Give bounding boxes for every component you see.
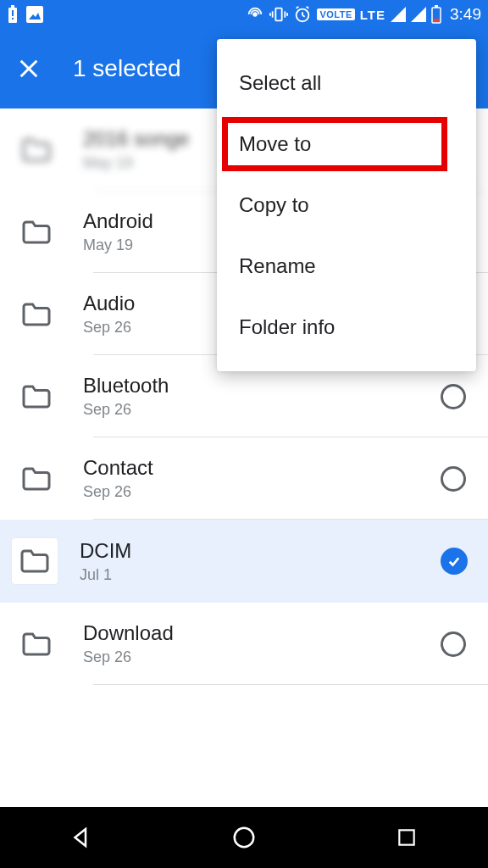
svg-rect-7	[276, 8, 282, 21]
folder-name: Contact	[83, 456, 441, 480]
close-button[interactable]	[15, 55, 42, 82]
nav-bar	[0, 807, 488, 868]
svg-rect-2	[12, 10, 14, 16]
svg-line-16	[307, 7, 309, 8]
screen: VOLTE LTE 3:49 1 selected 2016 songeMay …	[0, 0, 488, 868]
svg-rect-20	[435, 5, 438, 8]
signal-2-icon	[411, 7, 426, 22]
status-right: VOLTE LTE 3:49	[246, 5, 481, 24]
battery-icon	[431, 5, 441, 24]
svg-rect-26	[399, 830, 413, 844]
folder-icon	[20, 384, 53, 409]
svg-marker-24	[75, 829, 86, 846]
svg-marker-18	[411, 7, 426, 22]
select-radio[interactable]	[441, 466, 466, 492]
folder-row[interactable]: ContactSep 26	[0, 437, 488, 520]
folder-row[interactable]: DCIMJul 1	[0, 520, 488, 603]
nav-recent-button[interactable]	[390, 821, 424, 854]
menu-item-select-all[interactable]: Select all	[217, 53, 476, 114]
checked-icon[interactable]	[441, 548, 468, 575]
folder-date: Sep 26	[83, 483, 441, 501]
signal-1-icon	[391, 7, 406, 22]
hotspot-icon	[246, 5, 264, 24]
selection-title: 1 selected	[73, 55, 181, 82]
svg-rect-3	[12, 18, 14, 19]
menu-item-rename[interactable]: Rename	[217, 236, 476, 297]
select-radio[interactable]	[441, 632, 466, 657]
image-icon	[25, 5, 44, 24]
svg-rect-4	[26, 6, 43, 23]
folder-icon	[20, 137, 53, 163]
clock: 3:49	[450, 5, 481, 24]
folder-date: Sep 26	[83, 401, 441, 419]
folder-row[interactable]: DownloadSep 26	[0, 603, 488, 685]
svg-line-14	[302, 15, 305, 17]
folder-date: Sep 26	[83, 648, 441, 666]
menu-item-copy-to[interactable]: Copy to	[217, 175, 476, 236]
folder-name: Bluetooth	[83, 374, 441, 398]
folder-icon	[20, 302, 53, 327]
volte-badge: VOLTE	[317, 8, 354, 20]
folder-labels: DownloadSep 26	[83, 621, 441, 666]
divider	[93, 684, 488, 685]
folder-labels: DCIMJul 1	[80, 539, 441, 584]
menu-item-folder-info[interactable]: Folder info	[217, 297, 476, 358]
status-bar: VOLTE LTE 3:49	[0, 0, 488, 29]
folder-labels: BluetoothSep 26	[83, 374, 441, 419]
svg-point-25	[235, 828, 254, 848]
status-left	[7, 5, 44, 24]
folder-icon	[20, 466, 53, 492]
vibrate-icon	[269, 5, 288, 24]
folder-name: DCIM	[80, 539, 441, 563]
folder-icon	[12, 538, 58, 584]
svg-point-6	[254, 13, 258, 16]
svg-rect-21	[433, 19, 440, 22]
network-label: LTE	[360, 8, 385, 22]
folder-icon	[20, 220, 53, 245]
nav-back-button[interactable]	[64, 821, 98, 854]
menu-item-move-to[interactable]: Move to	[217, 114, 476, 175]
svg-line-15	[297, 7, 299, 8]
nav-home-button[interactable]	[227, 821, 261, 854]
folder-date: Jul 1	[80, 566, 441, 584]
alarm-icon	[293, 5, 312, 24]
svg-marker-17	[391, 7, 406, 22]
svg-rect-1	[11, 5, 14, 8]
battery-warning-icon	[7, 5, 19, 24]
folder-icon	[20, 632, 53, 657]
folder-labels: ContactSep 26	[83, 456, 441, 501]
select-radio[interactable]	[441, 384, 466, 409]
folder-name: Download	[83, 621, 441, 645]
context-menu: Select allMove toCopy toRenameFolder inf…	[217, 39, 476, 371]
